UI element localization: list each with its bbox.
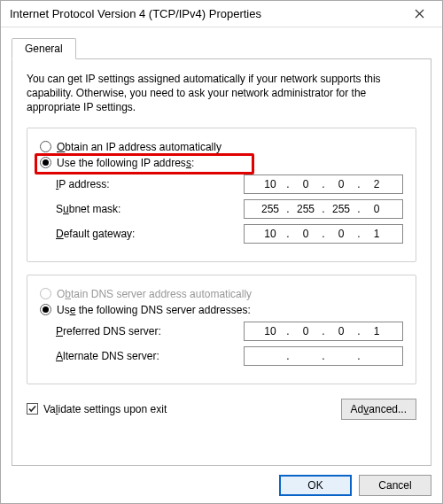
field-preferred-dns: Preferred DNS server: 10. 0. 0. 1	[40, 322, 403, 341]
titlebar: Internet Protocol Version 4 (TCP/IPv4) P…	[1, 1, 442, 27]
validate-label: Validate settings upon exit	[43, 403, 167, 415]
alternate-dns-label: Alternate DNS server:	[40, 350, 244, 362]
client-area: General You can get IP settings assigned…	[1, 27, 442, 503]
radio-auto-dns-circle	[40, 288, 51, 299]
radio-auto-ip[interactable]: Obtain an IP address automatically	[40, 141, 403, 153]
field-default-gateway: Default gateway: 10. 0. 0. 1	[40, 224, 403, 244]
tab-page-general: You can get IP settings assigned automat…	[12, 58, 431, 466]
default-gateway-label: Default gateway:	[40, 228, 244, 240]
radio-manual-ip-label: Use the following IP address:	[57, 157, 194, 169]
radio-manual-dns-circle	[40, 304, 51, 315]
validate-checkbox[interactable]	[27, 403, 38, 415]
ip-group: Obtain an IP address automatically Use t…	[27, 128, 416, 262]
ok-button[interactable]: OK	[279, 475, 352, 496]
dialog-window: Internet Protocol Version 4 (TCP/IPv4) P…	[0, 0, 443, 504]
field-subnet-mask: Subnet mask: 255. 255. 255. 0	[40, 199, 403, 219]
preferred-dns-input[interactable]: 10. 0. 0. 1	[244, 322, 403, 341]
dialog-button-row: OK Cancel	[12, 466, 431, 496]
window-title: Internet Protocol Version 4 (TCP/IPv4) P…	[10, 7, 401, 20]
footer-row: Validate settings upon exit Advanced...	[27, 399, 416, 420]
radio-auto-ip-label: Obtain an IP address automatically	[57, 141, 222, 153]
dns-group: Obtain DNS server address automatically …	[27, 275, 416, 384]
field-alternate-dns: Alternate DNS server: . . .	[40, 346, 403, 366]
radio-manual-ip[interactable]: Use the following IP address:	[40, 157, 403, 169]
field-ip-address: IP address: 10. 0. 0. 2	[40, 174, 403, 194]
tab-strip: General	[12, 38, 431, 58]
preferred-dns-label: Preferred DNS server:	[40, 325, 244, 337]
ip-address-input[interactable]: 10. 0. 0. 2	[244, 174, 403, 194]
check-icon	[27, 404, 37, 414]
close-button[interactable]	[401, 2, 437, 27]
radio-manual-dns[interactable]: Use the following DNS server addresses:	[40, 304, 403, 316]
subnet-mask-label: Subnet mask:	[40, 203, 244, 215]
radio-auto-dns: Obtain DNS server address automatically	[40, 288, 403, 300]
radio-auto-dns-label: Obtain DNS server address automatically	[57, 288, 252, 300]
radio-manual-ip-circle	[40, 157, 51, 168]
close-icon	[415, 9, 424, 19]
advanced-button[interactable]: Advanced...	[341, 399, 416, 420]
default-gateway-input[interactable]: 10. 0. 0. 1	[244, 224, 403, 244]
cancel-button[interactable]: Cancel	[359, 475, 431, 496]
tab-general[interactable]: General	[12, 38, 76, 59]
ip-address-label: IP address:	[40, 178, 244, 190]
radio-manual-dns-label: Use the following DNS server addresses:	[57, 304, 251, 316]
radio-auto-ip-circle	[40, 141, 51, 152]
alternate-dns-input[interactable]: . . .	[244, 346, 403, 366]
subnet-mask-input[interactable]: 255. 255. 255. 0	[244, 199, 403, 219]
intro-text: You can get IP settings assigned automat…	[27, 72, 416, 115]
